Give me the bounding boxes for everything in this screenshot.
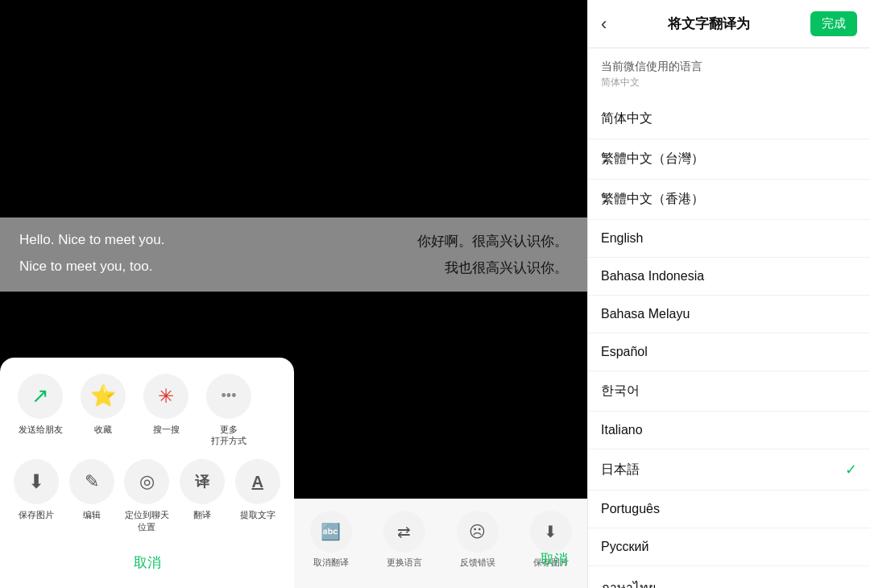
cancel-trans-label: 取消翻译 [313,557,349,569]
lang-label-russian: Русский [601,540,648,554]
action-sheet: ↗ 发送给朋友 ⭐ 收藏 ✳ 搜一搜 ••• 更多 打开方式 [0,358,294,588]
bottom-bar-cancel[interactable]: 取消 [541,550,568,569]
collect-label: 收藏 [94,424,112,435]
feedback-label: 反馈错误 [460,557,495,569]
lang-item-bahasa-indonesia[interactable]: Bahasa Indonesia✓ [588,258,870,296]
right-panel: ‹ 将文字翻译为 完成 当前微信使用的语言 简体中文 简体中文✓繁體中文（台灣）… [587,0,870,588]
left-panel: Hello. Nice to meet you. 你好啊。很高兴认识你。 Nic… [0,0,587,588]
chat-en-2: Nice to meet you, too. [19,259,152,277]
action-translate[interactable]: 译 翻译 [179,459,226,532]
edit-icon: ✎ [69,459,114,504]
action-more-open[interactable]: ••• 更多 打开方式 [201,374,256,447]
search-one-label: 搜一搜 [153,424,180,435]
chat-en-1: Hello. Nice to meet you. [19,232,164,251]
ocr-label: 提取文字 [240,509,276,520]
back-button[interactable]: ‹ [601,14,607,35]
check-icon-japanese: ✓ [845,461,857,478]
lang-label-simplified-chinese: 简体中文 [601,110,652,127]
section-sub: 简体中文 [588,76,870,99]
action-search-one[interactable]: ✳ 搜一搜 [139,374,193,447]
translate-label: 翻译 [193,509,211,520]
lang-label-japanese: 日本語 [601,462,640,478]
lang-label-portuguese: Português [601,502,660,516]
action-locate-chat[interactable]: ◎ 定位到聊天 位置 [123,459,171,532]
lang-label-traditional-taiwan: 繁體中文（台灣） [601,151,704,168]
chat-cn-2: 我也很高兴认识你。 [445,259,568,277]
save-img-icon: ⬇ [530,511,572,553]
lang-item-thai[interactable]: ภาษาไทย✓ [588,566,870,588]
action-row-2: ⬇ 保存图片 ✎ 编辑 ◎ 定位到聊天 位置 译 翻译 [13,459,281,532]
locate-chat-label: 定位到聊天 位置 [125,509,169,532]
bottom-bar: 🔤 取消翻译 ⇄ 更换语言 ☹ 反馈错误 ⬇ 保存图片 取消 [294,499,587,588]
lang-item-portuguese[interactable]: Português✓ [588,491,870,528]
chat-area: Hello. Nice to meet you. 你好啊。很高兴认识你。 Nic… [0,217,587,292]
section-label: 当前微信使用的语言 [588,48,870,76]
save-image-icon: ⬇ [14,459,59,504]
lang-item-traditional-hongkong[interactable]: 繁體中文（香港）✓ [588,180,870,220]
action-collect[interactable]: ⭐ 收藏 [76,374,130,447]
chat-cn-1: 你好啊。很高兴认识你。 [417,232,568,251]
lang-label-english: English [601,231,643,246]
lang-item-japanese[interactable]: 日本語✓ [588,449,870,491]
lang-item-italiano[interactable]: Italiano✓ [588,412,870,449]
action-send-friend[interactable]: ↗ 发送给朋友 [13,374,68,447]
right-panel-header: ‹ 将文字翻译为 完成 [588,0,870,48]
change-lang-icon: ⇄ [383,511,425,553]
lang-item-espanol[interactable]: Español✓ [588,333,870,371]
lang-label-espanol: Español [601,345,648,359]
action-sheet-cancel[interactable]: 取消 [13,545,281,580]
chat-row-2: Nice to meet you, too. 我也很高兴认识你。 [19,259,568,277]
collect-icon: ⭐ [81,374,126,419]
translate-icon: 译 [180,459,225,504]
more-open-icon: ••• [206,374,251,419]
lang-label-traditional-hongkong: 繁體中文（香港） [601,191,704,208]
lang-label-bahasa-melayu: Bahasa Melayu [601,307,690,321]
bar-change-lang[interactable]: ⇄ 更换语言 [383,511,425,569]
more-open-label: 更多 打开方式 [211,424,246,447]
right-panel-title: 将文字翻译为 [668,14,750,33]
save-image-label: 保存图片 [19,509,54,520]
action-save-image[interactable]: ⬇ 保存图片 [13,459,60,532]
lang-label-korean: 한국어 [601,383,640,400]
chat-row-1: Hello. Nice to meet you. 你好啊。很高兴认识你。 [19,232,568,251]
feedback-icon: ☹ [457,511,499,553]
locate-chat-icon: ◎ [124,459,169,504]
search-one-icon: ✳ [143,374,188,419]
change-lang-label: 更换语言 [387,557,422,569]
language-list: 简体中文✓繁體中文（台灣）✓繁體中文（香港）✓English✓Bahasa In… [588,99,870,588]
lang-item-bahasa-melayu[interactable]: Bahasa Melayu✓ [588,296,870,333]
bar-cancel-trans[interactable]: 🔤 取消翻译 [310,511,352,569]
action-edit[interactable]: ✎ 编辑 [68,459,116,532]
done-button[interactable]: 完成 [810,11,857,36]
send-friend-label: 发送给朋友 [19,424,63,435]
lang-label-italiano: Italiano [601,423,643,437]
lang-label-thai: ภาษาไทย [601,578,656,588]
lang-label-bahasa-indonesia: Bahasa Indonesia [601,269,704,284]
lang-item-simplified-chinese[interactable]: 简体中文✓ [588,99,870,139]
send-friend-icon: ↗ [18,374,63,419]
bar-feedback[interactable]: ☹ 反馈错误 [457,511,499,569]
action-row-1: ↗ 发送给朋友 ⭐ 收藏 ✳ 搜一搜 ••• 更多 打开方式 [13,374,281,447]
cancel-trans-icon: 🔤 [310,511,352,553]
action-ocr[interactable]: A 提取文字 [234,459,281,532]
lang-item-traditional-taiwan[interactable]: 繁體中文（台灣）✓ [588,139,870,180]
edit-label: 编辑 [83,509,101,520]
lang-item-russian[interactable]: Русский✓ [588,528,870,566]
ocr-icon: A [235,459,280,504]
lang-item-korean[interactable]: 한국어✓ [588,371,870,412]
lang-item-english[interactable]: English✓ [588,220,870,258]
